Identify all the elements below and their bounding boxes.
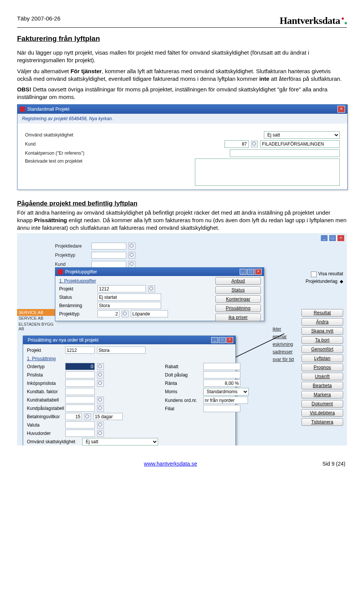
- search-icon[interactable]: [97, 405, 104, 412]
- input-ranta[interactable]: [203, 380, 240, 387]
- search-icon[interactable]: [129, 261, 135, 268]
- button-konteringar[interactable]: Konteringar: [215, 295, 261, 303]
- search-icon[interactable]: [97, 380, 104, 387]
- button-dokument[interactable]: Dokument: [301, 400, 343, 408]
- button-anbud[interactable]: Anbud: [215, 277, 261, 285]
- input-huvudorder[interactable]: [65, 430, 95, 437]
- input-kundrabattabell[interactable]: [65, 396, 95, 403]
- input-projekt-top[interactable]: [65, 347, 95, 354]
- search-icon[interactable]: [97, 372, 104, 378]
- checkbox-visa-resultat[interactable]: [311, 271, 317, 277]
- svg-line-0: [229, 334, 284, 360]
- diamond-icon: ◆: [340, 279, 343, 284]
- search-icon[interactable]: [129, 252, 135, 259]
- label-kundtab-faktor: Kundtab. faktor: [27, 389, 63, 394]
- input-valuta[interactable]: [65, 421, 95, 428]
- input-projekt[interactable]: [97, 285, 146, 292]
- input-projekttyp[interactable]: [91, 252, 126, 259]
- maximize-icon[interactable]: □: [219, 337, 226, 343]
- input-kund-nr[interactable]: [224, 140, 249, 148]
- link-akter[interactable]: ikter: [273, 326, 294, 332]
- search-icon[interactable]: [97, 430, 104, 437]
- input-projektledare[interactable]: [91, 243, 126, 249]
- input-kontakt[interactable]: [230, 149, 340, 157]
- window-titlebar: Standardmall Projekt ×: [17, 105, 347, 114]
- search-icon[interactable]: [97, 363, 104, 370]
- input-kund-namn[interactable]: [260, 140, 340, 148]
- input-prislista[interactable]: [65, 371, 95, 378]
- search-icon[interactable]: [84, 413, 91, 420]
- button-tidplanera[interactable]: Tidplanera: [301, 418, 343, 426]
- close-icon[interactable]: ×: [226, 337, 233, 343]
- button-lyftplan[interactable]: Lyftplan: [301, 355, 343, 362]
- button-vid-debitera[interactable]: Vid.debitera: [301, 409, 343, 417]
- button-prognos[interactable]: Prognos: [301, 364, 343, 371]
- button-ika-priser[interactable]: ika priser: [215, 314, 261, 321]
- button-andra[interactable]: Ändra: [301, 318, 343, 326]
- button-resultat[interactable]: Resultat: [301, 309, 343, 317]
- table-row[interactable]: SERVICE AB: [17, 316, 55, 322]
- label-omvand-pris: Omvänd skattskyldighet: [27, 439, 80, 444]
- textarea-beskriv[interactable]: [195, 158, 340, 186]
- table-row[interactable]: ELSTADEN BYGG AB: [17, 322, 55, 328]
- input-betvillkor[interactable]: [65, 413, 82, 420]
- label-ordertyp: Ordertyp: [27, 364, 63, 369]
- button-utskrift[interactable]: Utskrift: [301, 373, 343, 380]
- button-ta-bort[interactable]: Ta bort: [301, 336, 343, 344]
- input-kundens-ordnr[interactable]: [203, 397, 248, 404]
- screenshot-standardmall: Standardmall Projekt × Registrering av p…: [17, 104, 348, 190]
- input-kundtab-faktor[interactable]: [65, 388, 95, 395]
- input-rabatt[interactable]: [203, 363, 240, 370]
- input-projekttyp-txt[interactable]: [131, 310, 168, 317]
- maximize-icon[interactable]: □: [247, 269, 254, 275]
- close-icon[interactable]: ×: [255, 269, 262, 275]
- input-inkopsprislista[interactable]: [65, 380, 95, 387]
- button-status[interactable]: Status: [215, 286, 261, 294]
- window-prissattning: Prissättning av nya order till projekt _…: [23, 336, 236, 446]
- close-icon[interactable]: ×: [337, 106, 345, 113]
- close-icon[interactable]: ×: [337, 235, 345, 242]
- input-status[interactable]: [97, 293, 161, 301]
- label-kundpaslagstabell: Kundpåslagstabell: [27, 406, 63, 411]
- input-dolt-paslag[interactable]: [203, 371, 240, 378]
- minimize-icon[interactable]: _: [211, 337, 218, 343]
- label-kund: Kund: [25, 141, 105, 147]
- page-number: Sid 9 (24): [322, 461, 345, 467]
- maximize-icon[interactable]: □: [329, 235, 336, 242]
- window-title: Standardmall Projekt: [27, 107, 69, 112]
- input-projnamn-top[interactable]: [97, 347, 146, 354]
- search-icon[interactable]: [122, 311, 129, 317]
- label-kund-bg: Kund: [55, 262, 89, 267]
- select-omvand[interactable]: Ej satt: [264, 131, 340, 139]
- footer-link[interactable]: www.hantverksdata.se: [144, 461, 197, 467]
- input-betvillkor-txt[interactable]: [93, 413, 123, 420]
- label-dolt-paslag: Dolt påslag: [165, 372, 201, 378]
- input-kund-bg[interactable]: [91, 261, 126, 268]
- table-row-selected[interactable]: SERVICE AB: [17, 309, 56, 316]
- search-icon[interactable]: [148, 286, 155, 292]
- button-prissattning[interactable]: Prissättning: [215, 304, 261, 312]
- button-skapa-nytt[interactable]: Skapa nytt: [301, 327, 343, 335]
- group-header-pris: 1. Prissättning: [27, 356, 232, 361]
- input-ordertyp[interactable]: [65, 363, 95, 370]
- search-icon[interactable]: [129, 243, 135, 249]
- search-icon[interactable]: [97, 422, 104, 428]
- input-projekttyp-nr[interactable]: [97, 310, 119, 317]
- minimize-icon[interactable]: _: [240, 269, 246, 275]
- button-markera[interactable]: Markera: [301, 391, 343, 398]
- search-icon[interactable]: [251, 141, 258, 147]
- select-moms[interactable]: Standardmoms: [203, 388, 249, 395]
- select-omvand-pris[interactable]: Ej satt: [82, 438, 158, 446]
- minimize-icon[interactable]: _: [320, 235, 328, 242]
- label-filial: Filial: [165, 406, 201, 411]
- app-icon: [20, 107, 25, 112]
- input-filial[interactable]: [203, 405, 240, 412]
- section-1-p1: När du lägger upp nytt projekt, visas ma…: [17, 49, 347, 64]
- input-benamning[interactable]: [97, 302, 161, 309]
- label-projekttyp: Projekttyp: [55, 253, 89, 258]
- search-icon[interactable]: [97, 397, 104, 403]
- section-2-p1: För att ändra hantering av omvänd skatts…: [17, 209, 347, 232]
- input-kundpaslagstabell[interactable]: [65, 405, 95, 412]
- button-bearbeta[interactable]: Bearbeta: [301, 382, 343, 389]
- button-genomfort[interactable]: Genomfört: [301, 345, 343, 353]
